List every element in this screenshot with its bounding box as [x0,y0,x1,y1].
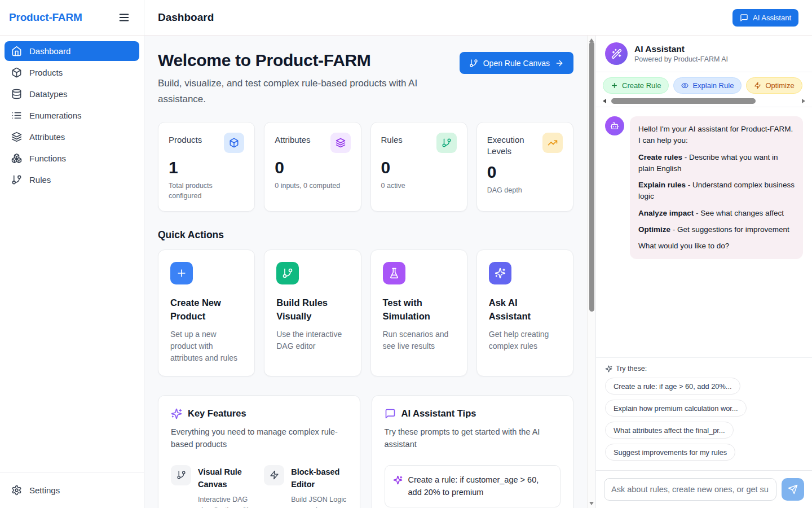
git-branch-icon [171,465,191,485]
arrow-right-icon [555,59,564,68]
ai-assistant-button-label: AI Assistant [753,14,791,22]
layers-icon [11,132,22,142]
assistant-subtitle: Powered by Product-FARM AI [634,55,728,63]
eye-icon [681,82,689,89]
feature-block-editor: Block-based Editor Build JSON Logic expr… [264,465,347,508]
sidebar-item-attributes[interactable]: Attributes [5,127,139,147]
hero-section: Welcome to Product-FARM Build, visualize… [158,51,573,107]
chip-explain-rule[interactable]: Explain Rule [673,77,742,94]
sparkles-icon [393,474,403,485]
action-card-ask-ai[interactable]: Ask AI Assistant Get help creating compl… [476,249,573,376]
sidebar-item-dashboard[interactable]: Dashboard [5,41,139,61]
chat-messages: Hello! I'm your AI assistant for Product… [596,107,812,357]
quick-actions-grid: Create New Product Set up a new product … [158,249,573,376]
sparkles-icon [489,262,511,284]
scrollbar-thumb[interactable] [589,42,594,312]
sidebar-item-label: Functions [29,154,66,163]
list-icon [11,110,22,121]
boxes-icon [11,153,22,164]
chips-row: Create Rule Explain Rule Optimize I [603,77,805,94]
feature-desc: Build JSON Logic expressions [291,494,347,508]
assistant-message: Hello! I'm your AI assistant for Product… [605,116,803,259]
send-button[interactable] [782,478,804,501]
sidebar-item-settings[interactable]: Settings [5,480,139,500]
stat-value: 0 [275,159,350,176]
stat-card-rules: Rules 0 0 active [370,122,467,212]
app-logo: Product-FARM [9,11,82,24]
suggestion-pill[interactable]: What attributes affect the final_pr... [605,422,734,439]
try-these-section: Try these: Create a rule: if age > 60, a… [596,357,812,470]
sidebar-item-rules[interactable]: Rules [5,170,139,190]
wand-sparkles-icon [611,49,622,59]
plus-icon [170,262,193,284]
scrollbar-thumb[interactable] [611,98,756,104]
action-desc: Set up a new product with attributes and… [170,329,242,364]
git-branch-icon [276,262,299,284]
suggestion-pill[interactable]: Suggest improvements for my rules [605,444,735,461]
sidebar-item-datatypes[interactable]: Datatypes [5,84,139,104]
sidebar-item-label: Attributes [29,132,65,142]
action-card-create-product[interactable]: Create New Product Set up a new product … [158,249,255,376]
chip-label: Create Rule [622,81,661,90]
key-features-card: Key Features Everything you need to mana… [158,395,360,508]
vertical-scrollbar[interactable] [587,36,595,508]
open-rule-canvas-button[interactable]: Open Rule Canvas [460,52,573,74]
action-desc: Use the interactive DAG editor [276,329,348,352]
sidebar-item-enumerations[interactable]: Enumerations [5,106,139,125]
sidebar-item-functions[interactable]: Functions [5,148,139,168]
message-bullet: Create rules - Describe what you want in… [638,152,795,175]
action-title: Ask AI Assistant [489,296,561,323]
hero-subtitle: Build, visualize, and test complex rule-… [158,76,443,107]
action-card-build-rules[interactable]: Build Rules Visually Use the interactive… [264,249,361,376]
feature-title: Block-based Editor [291,465,347,491]
scroll-right-arrow[interactable] [802,99,805,103]
sidebar-toggle-button[interactable] [116,9,133,26]
stat-value: 0 [487,164,563,181]
stat-label: Execution Levels [487,133,538,157]
suggestion-pill[interactable]: Create a rule: if age > 60, add 20%... [605,378,740,395]
app-window: Product-FARM Dashboard Products Datatype… [0,0,812,508]
flask-icon [383,262,405,284]
message-bullet: Optimize - Get suggestions for improveme… [638,224,795,235]
assistant-avatar [605,42,628,65]
chip-label: Optimize [765,81,794,90]
layers-icon [330,133,351,153]
git-branch-icon [469,59,478,68]
message-intro: Hello! I'm your AI assistant for Product… [638,124,795,147]
scroll-down-arrow[interactable] [589,502,594,505]
sidebar-nav: Dashboard Products Datatypes Enumeration… [0,36,144,472]
main-column: Dashboard AI Assistant Welcome to Produc… [144,0,812,508]
bot-icon [610,121,619,130]
stat-value: 1 [169,159,244,176]
page-title: Dashboard [158,11,214,24]
message-square-icon [385,408,396,419]
bot-avatar [605,116,624,135]
ai-tips-title: AI Assistant Tips [401,408,476,419]
ai-assistant-button[interactable]: AI Assistant [732,9,798,27]
stat-subtext: DAG depth [487,186,563,196]
chips-horizontal-scrollbar[interactable] [603,97,805,105]
chip-optimize[interactable]: Optimize [746,77,802,94]
dashboard-scroll-area: Welcome to Product-FARM Build, visualize… [144,36,595,508]
stats-grid: Products 1 Total products configured Att… [158,122,573,212]
sidebar-item-label: Enumerations [29,111,82,120]
chip-create-rule[interactable]: Create Rule [603,77,669,94]
assistant-title: AI Assistant [634,44,728,54]
message-bubble: Hello! I'm your AI assistant for Product… [630,116,803,259]
message-bullet: Analyze impact - See what changes affect [638,208,795,219]
sparkles-icon [605,365,612,373]
scroll-left-arrow[interactable] [603,99,606,103]
sidebar-footer: Settings [0,472,144,508]
scrollbar-track[interactable] [610,98,798,104]
sidebar-item-products[interactable]: Products [5,63,139,82]
action-title: Create New Product [170,296,242,323]
info-cards-row: Key Features Everything you need to mana… [158,395,573,508]
chat-input[interactable] [604,478,776,501]
ai-assistant-panel: AI Assistant Powered by Product-FARM AI … [595,36,812,508]
sidebar-item-label: Rules [29,175,51,185]
stat-subtext: Total products configured [169,181,244,201]
topbar: Dashboard AI Assistant [144,0,812,36]
ai-tip-suggestion[interactable]: Create a rule: if customer_age > 60, add… [385,465,561,507]
suggestion-pill[interactable]: Explain how premium calculation wor... [605,400,747,417]
action-card-test-simulation[interactable]: Test with Simulation Run scenarios and s… [370,249,467,376]
